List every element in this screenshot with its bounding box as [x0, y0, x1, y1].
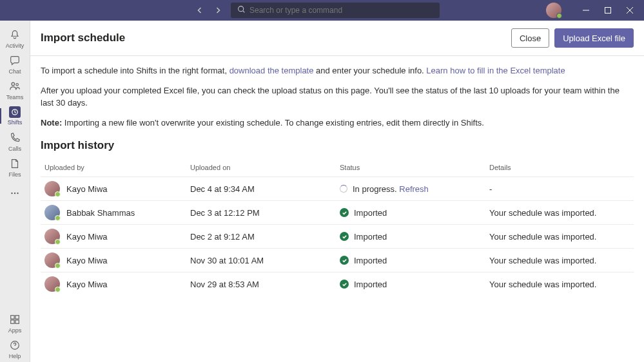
intro-paragraph-2: After you upload your completed Excel fi…	[41, 85, 634, 110]
status-text: Imported	[354, 232, 387, 242]
sidebar-item-files[interactable]: Files	[0, 155, 30, 180]
bell-icon	[8, 28, 21, 41]
close-icon	[627, 7, 633, 14]
uploaded-on-time: Dec 4 at 9:34 AM	[190, 184, 340, 194]
sidebar-label: Help	[9, 353, 21, 359]
import-history-title: Import history	[41, 139, 634, 152]
avatar	[44, 276, 60, 292]
details-text: -	[489, 184, 634, 194]
refresh-link[interactable]: Refresh	[399, 184, 429, 194]
file-icon	[8, 157, 21, 170]
uploaded-on-time: Dec 3 at 12:12 PM	[190, 208, 340, 218]
sidebar-item-activity[interactable]: Activity	[0, 26, 30, 52]
nav-forward-button[interactable]	[210, 3, 226, 18]
learn-how-link[interactable]: Learn how to fill in the Excel template	[426, 66, 565, 75]
svg-point-5	[11, 193, 12, 194]
status-text: Imported	[354, 208, 387, 218]
table-row: Kayo MiwaDec 2 at 9:12 AMImportedYour sc…	[41, 224, 634, 248]
teams-icon	[8, 80, 21, 93]
chevron-left-icon	[196, 6, 204, 14]
sidebar-label: Teams	[6, 94, 24, 100]
status-text: In progress. Refresh	[353, 184, 429, 194]
more-icon	[8, 187, 21, 200]
svg-point-2	[12, 82, 15, 86]
main-content: Import schedule Close Upload Excel file …	[30, 21, 644, 362]
apps-icon	[8, 313, 21, 326]
sidebar-label: Chat	[8, 68, 21, 75]
uploaded-by-name: Kayo Miwa	[66, 256, 108, 265]
check-circle-icon	[340, 232, 349, 241]
help-icon	[8, 339, 21, 352]
sidebar-item-apps[interactable]: Apps	[0, 310, 30, 336]
svg-rect-9	[15, 316, 19, 319]
check-circle-icon	[340, 256, 349, 265]
avatar	[44, 252, 60, 268]
import-history-table: Uploaded by Uploaded on Status Details K…	[41, 158, 634, 296]
col-header-uploaded-on: Uploaded on	[190, 164, 340, 171]
presence-available-icon	[55, 191, 61, 197]
table-row: Kayo MiwaDec 4 at 9:34 AMIn progress. Re…	[41, 176, 634, 200]
window-minimize-button[interactable]	[577, 1, 595, 19]
upload-excel-button[interactable]: Upload Excel file	[554, 28, 634, 48]
presence-available-icon	[55, 263, 61, 269]
uploaded-on-time: Nov 30 at 10:01 AM	[190, 256, 340, 265]
maximize-icon	[605, 7, 611, 14]
table-row: Kayo MiwaNov 29 at 8:53 AMImportedYour s…	[41, 272, 634, 296]
close-button[interactable]: Close	[511, 28, 549, 48]
details-text: Your schedule was imported.	[489, 232, 634, 242]
avatar	[44, 205, 60, 220]
download-template-link[interactable]: download the template	[229, 66, 314, 75]
search-icon	[237, 5, 246, 16]
sidebar-label: Activity	[6, 43, 24, 49]
svg-rect-11	[15, 320, 19, 323]
presence-available-icon	[55, 215, 61, 221]
nav-back-button[interactable]	[192, 3, 208, 18]
sidebar-label: Files	[8, 171, 21, 178]
sidebar-item-more[interactable]	[0, 180, 30, 206]
sidebar-item-teams[interactable]: Teams	[0, 77, 30, 103]
titlebar	[0, 0, 644, 21]
spinner-icon	[340, 185, 347, 193]
minimize-icon	[583, 7, 589, 14]
svg-point-7	[17, 193, 18, 194]
sidebar-label: Apps	[8, 327, 22, 334]
uploaded-on-time: Dec 2 at 9:12 AM	[190, 232, 340, 242]
intro-note: Note: Importing a new file won't overwri…	[41, 117, 634, 129]
check-circle-icon	[340, 280, 349, 289]
sidebar-item-chat[interactable]: Chat	[0, 52, 30, 77]
svg-point-3	[16, 84, 19, 86]
sidebar-item-shifts[interactable]: Shifts	[0, 103, 30, 129]
table-header-row: Uploaded by Uploaded on Status Details	[41, 158, 634, 176]
page-title: Import schedule	[41, 32, 125, 44]
user-avatar[interactable]	[546, 3, 561, 18]
search-input[interactable]	[249, 6, 433, 15]
svg-point-0	[239, 6, 244, 12]
search-box[interactable]	[231, 3, 440, 18]
details-text: Your schedule was imported.	[489, 256, 634, 265]
shifts-icon	[9, 106, 21, 118]
intro-paragraph-1: To import a schedule into Shifts in the …	[41, 65, 634, 77]
uploaded-on-time: Nov 29 at 8:53 AM	[190, 280, 340, 289]
presence-available-icon	[55, 287, 61, 292]
svg-rect-10	[11, 320, 14, 323]
window-close-button[interactable]	[621, 1, 639, 19]
uploaded-by-name: Babbak Shammas	[66, 208, 135, 218]
status-text: Imported	[354, 256, 387, 265]
avatar	[44, 229, 60, 244]
sidebar-item-help[interactable]: Help	[0, 336, 30, 362]
table-row: Kayo MiwaNov 30 at 10:01 AMImportedYour …	[41, 248, 634, 272]
uploaded-by-name: Kayo Miwa	[66, 280, 108, 289]
check-circle-icon	[340, 208, 349, 217]
uploaded-by-name: Kayo Miwa	[66, 232, 108, 242]
status-text: Imported	[354, 280, 387, 289]
col-header-details: Details	[489, 164, 634, 171]
avatar	[44, 181, 60, 196]
window-maximize-button[interactable]	[599, 1, 617, 19]
col-header-status: Status	[340, 164, 489, 171]
presence-available-icon	[55, 239, 61, 245]
presence-available-icon	[556, 13, 562, 19]
svg-rect-1	[605, 8, 611, 14]
sidebar-item-calls[interactable]: Calls	[0, 129, 30, 155]
col-header-uploaded-by: Uploaded by	[41, 164, 190, 171]
svg-point-6	[14, 193, 15, 194]
